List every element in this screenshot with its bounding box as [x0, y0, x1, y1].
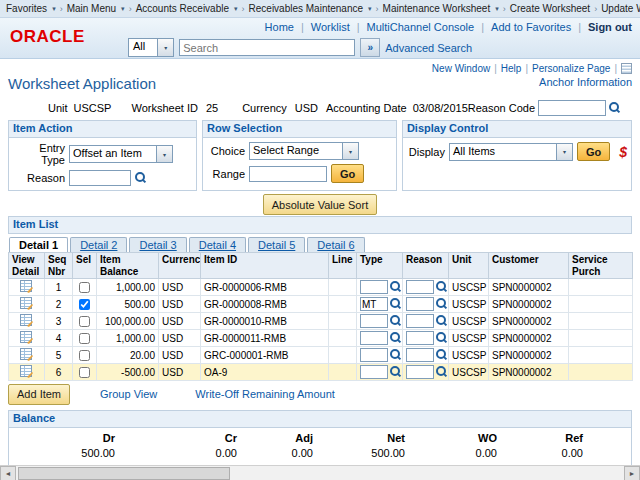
item-action-reason-input[interactable] — [69, 170, 131, 186]
view-detail-icon[interactable] — [20, 314, 33, 327]
lookup-icon[interactable] — [135, 172, 147, 184]
reason-input[interactable] — [406, 280, 434, 294]
row-select-checkbox[interactable] — [79, 282, 90, 293]
type-input[interactable] — [360, 280, 388, 294]
balance-wo-value: 0.00 — [476, 447, 497, 459]
search-go-icon[interactable] — [360, 38, 380, 57]
reason-input[interactable] — [406, 365, 434, 379]
anchor-information-link[interactable]: Anchor Information — [539, 76, 632, 88]
table-row-selected: 6 -500.00 USD OA-9 USCSP SPN0000002 — [9, 364, 633, 381]
tab-detail-1[interactable]: Detail 1 — [9, 237, 68, 252]
personalize-page-link[interactable]: Personalize Page — [532, 63, 610, 74]
lookup-icon[interactable] — [390, 332, 402, 344]
home-link[interactable]: Home — [265, 21, 294, 33]
breadcrumb-create-worksheet[interactable]: Create Worksheet — [510, 3, 590, 14]
reason-input[interactable] — [406, 331, 434, 345]
item-list-table: View Detail Seq Nbr Sel Item Balance Cur… — [8, 252, 633, 381]
view-detail-icon[interactable] — [20, 297, 33, 310]
lookup-icon[interactable] — [436, 315, 448, 327]
breadcrumb-separator — [129, 4, 132, 14]
balance-cr-label: Cr — [225, 432, 237, 444]
view-detail-icon[interactable] — [20, 280, 33, 293]
tab-detail-5[interactable]: Detail 5 — [248, 237, 305, 252]
display-go-button[interactable]: Go — [577, 142, 610, 161]
tab-detail-4[interactable]: Detail 4 — [189, 237, 246, 252]
page-utility-links: New Window Help Personalize Page — [8, 59, 632, 75]
scroll-right-button[interactable] — [624, 466, 640, 480]
group-view-link[interactable]: Group View — [100, 388, 157, 400]
worksheet-info-row: Unit USCSP Worksheet ID 25 Currency USD … — [8, 98, 632, 118]
tab-detail-3[interactable]: Detail 3 — [129, 237, 186, 252]
lookup-icon[interactable] — [436, 281, 448, 293]
reason-code-input[interactable] — [538, 100, 606, 116]
balance-adj-label: Adj — [295, 432, 313, 444]
row-selection-title: Row Selection — [203, 121, 396, 138]
search-input[interactable] — [179, 39, 355, 56]
new-window-link[interactable]: New Window — [432, 63, 490, 74]
reason-input[interactable] — [406, 297, 434, 311]
lookup-icon[interactable] — [436, 298, 448, 310]
breadcrumb-separator — [242, 4, 245, 14]
lookup-icon[interactable] — [390, 298, 402, 310]
lookup-icon[interactable] — [390, 349, 402, 361]
currency-exchange-icon[interactable] — [619, 144, 627, 160]
absolute-value-sort-button[interactable]: Absolute Value Sort — [263, 194, 377, 215]
lookup-icon[interactable] — [436, 366, 448, 378]
lookup-icon[interactable] — [609, 102, 621, 114]
entry-type-select[interactable]: Offset an Item — [69, 145, 173, 163]
table-actions-row: Add Item Group View Write-Off Remaining … — [8, 385, 632, 403]
help-link[interactable]: Help — [501, 63, 522, 74]
breadcrumb-main-menu[interactable]: Main Menu — [67, 3, 116, 14]
type-input[interactable] — [360, 331, 388, 345]
row-select-checkbox[interactable] — [79, 350, 90, 361]
breadcrumb-favorites[interactable]: Favorites — [6, 3, 47, 14]
multichannel-console-link[interactable]: MultiChannel Console — [367, 21, 475, 33]
lookup-icon[interactable] — [390, 315, 402, 327]
type-input[interactable] — [360, 297, 388, 311]
table-header-row: View Detail Seq Nbr Sel Item Balance Cur… — [9, 253, 633, 279]
type-input[interactable] — [360, 314, 388, 328]
breadcrumb-update-worksheet[interactable]: Update Worksheet — [601, 3, 640, 14]
breadcrumb-maintenance-worksheet[interactable]: Maintenance Worksheet — [383, 3, 491, 14]
breadcrumb-accounts-receivable[interactable]: Accounts Receivable — [136, 3, 229, 14]
row-select-checkbox[interactable] — [79, 333, 90, 344]
scrollbar-thumb[interactable] — [18, 467, 230, 480]
reason-input[interactable] — [406, 314, 434, 328]
lookup-icon[interactable] — [436, 349, 448, 361]
display-select[interactable]: All Items — [449, 143, 573, 161]
chevron-down-icon — [156, 146, 172, 162]
type-input[interactable] — [360, 348, 388, 362]
chevron-down-icon — [556, 144, 572, 160]
write-off-remaining-link[interactable]: Write-Off Remaining Amount — [195, 388, 335, 400]
sign-out-link[interactable]: Sign out — [588, 21, 632, 33]
col-type: Type — [357, 253, 403, 279]
cell-unit: USCSP — [449, 330, 489, 347]
search-scope-select[interactable]: All — [128, 38, 174, 57]
lookup-icon[interactable] — [390, 281, 402, 293]
balance-cr-value: 0.00 — [216, 447, 237, 459]
lookup-icon[interactable] — [436, 332, 448, 344]
title-row: Worksheet Application Anchor Information — [8, 75, 632, 98]
separator — [614, 63, 617, 74]
view-detail-icon[interactable] — [20, 365, 33, 378]
type-input[interactable] — [360, 365, 388, 379]
add-to-favorites-link[interactable]: Add to Favorites — [491, 21, 571, 33]
reason-input[interactable] — [406, 348, 434, 362]
lookup-icon[interactable] — [390, 366, 402, 378]
view-detail-icon[interactable] — [20, 331, 33, 344]
tab-detail-6[interactable]: Detail 6 — [307, 237, 364, 252]
personalize-icon[interactable] — [621, 63, 632, 74]
row-select-checkbox[interactable] — [79, 316, 90, 327]
add-item-button[interactable]: Add Item — [8, 384, 70, 405]
row-select-checkbox[interactable] — [79, 367, 90, 378]
choice-select[interactable]: Select Range — [249, 142, 359, 160]
range-go-button[interactable]: Go — [331, 164, 364, 183]
scroll-left-button[interactable] — [0, 466, 16, 480]
breadcrumb-receivables-maintenance[interactable]: Receivables Maintenance — [249, 3, 364, 14]
worklist-link[interactable]: Worklist — [311, 21, 350, 33]
advanced-search-link[interactable]: Advanced Search — [385, 42, 472, 54]
row-select-checkbox[interactable] — [79, 299, 90, 310]
view-detail-icon[interactable] — [20, 348, 33, 361]
range-input[interactable] — [249, 166, 327, 182]
tab-detail-2[interactable]: Detail 2 — [70, 237, 127, 252]
